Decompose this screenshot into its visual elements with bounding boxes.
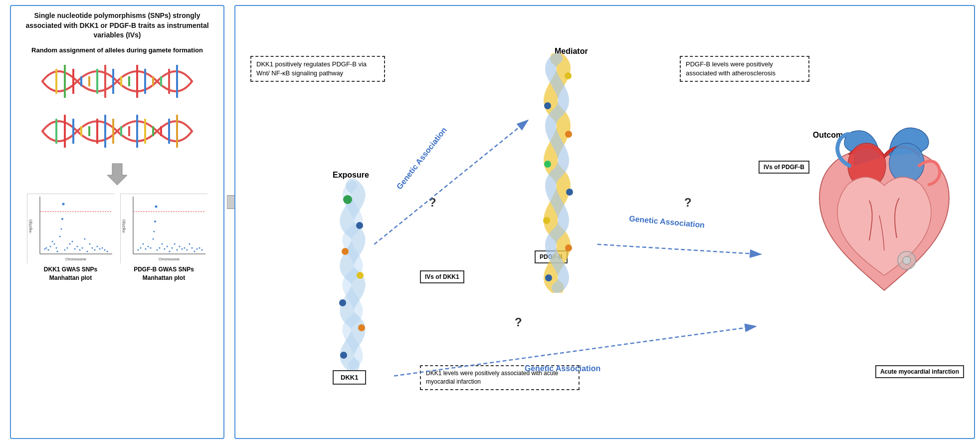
- svg-point-75: [143, 243, 144, 244]
- ami-box: Acute myocardial infarction: [875, 365, 964, 378]
- svg-point-41: [52, 240, 53, 242]
- dna-helix-2: [37, 109, 197, 154]
- svg-point-52: [72, 240, 73, 242]
- svg-point-66: [107, 250, 108, 252]
- svg-point-125: [889, 143, 924, 183]
- dkk1-regulates-box: DKK1 positively regulates PDGF-B via Wnt…: [250, 56, 385, 82]
- dkk1-manhattan-label: DKK1 GWAS SNPs Manhattan plot: [27, 265, 114, 282]
- svg-text:Genetic Association: Genetic Association: [629, 214, 705, 229]
- svg-point-50: [67, 247, 68, 248]
- pdgfb-manhattan-label: PDGF-B GWAS SNPs Manhattan plot: [120, 265, 207, 282]
- svg-rect-33: [27, 194, 115, 264]
- svg-point-106: [358, 324, 365, 331]
- qmark-2: ?: [684, 196, 692, 210]
- svg-point-93: [182, 248, 183, 249]
- svg-point-64: [102, 247, 103, 248]
- svg-point-95: [187, 249, 188, 250]
- svg-point-107: [339, 299, 346, 306]
- dkk1-levels-box: DKK1 levels were positively associated w…: [420, 365, 580, 390]
- svg-text:-log10(p): -log10(p): [28, 220, 32, 233]
- svg-point-82: [155, 205, 158, 208]
- svg-point-112: [545, 274, 552, 281]
- svg-text:Genetic Association: Genetic Association: [395, 126, 448, 191]
- svg-point-92: [179, 245, 181, 247]
- svg-point-127: [903, 256, 911, 264]
- svg-point-73: [138, 249, 139, 250]
- svg-point-44: [57, 250, 58, 252]
- svg-point-86: [164, 248, 166, 249]
- pdgfb-manhattan: -log10(p) Chromosome PDGF-B GWAS SNPs Ma…: [120, 194, 207, 282]
- svg-point-45: [59, 235, 61, 237]
- svg-point-83: [157, 249, 158, 250]
- svg-point-90: [174, 243, 176, 244]
- svg-point-118: [544, 102, 551, 109]
- qmark-1: ?: [429, 196, 436, 210]
- svg-point-40: [50, 245, 51, 247]
- svg-point-79: [153, 238, 154, 239]
- svg-point-88: [169, 250, 171, 252]
- left-panel-title: Single nucleotide polymorphisms (SNPs) s…: [16, 11, 218, 40]
- qmark-3: ?: [515, 315, 522, 329]
- svg-point-84: [159, 247, 161, 248]
- svg-text:Chromosome: Chromosome: [159, 257, 180, 261]
- rp-inner: DKK1 positively regulates PDGF-B via Wnt…: [235, 6, 974, 438]
- ivs-pdgfb-box: IVs of PDGF-B: [759, 161, 809, 174]
- svg-point-109: [342, 248, 349, 255]
- svg-point-87: [167, 245, 168, 247]
- dkk1-plot: -log10(p) Chromosome: [27, 194, 114, 263]
- right-panel: DKK1 positively regulates PDGF-B via Wnt…: [234, 5, 975, 439]
- svg-point-119: [565, 72, 572, 79]
- svg-point-113: [565, 244, 572, 251]
- svg-point-94: [184, 247, 186, 248]
- mediator-spiral: [525, 53, 589, 293]
- svg-point-37: [44, 248, 46, 249]
- svg-point-105: [340, 352, 347, 359]
- svg-point-97: [192, 247, 193, 248]
- ivs-dkk1-box: IVs of DKK1: [420, 270, 464, 283]
- svg-point-60: [92, 247, 93, 248]
- svg-point-101: [201, 249, 203, 250]
- svg-point-49: [64, 249, 66, 250]
- svg-point-62: [97, 245, 98, 247]
- dkk1-solid-box: DKK1: [333, 370, 366, 385]
- svg-point-108: [357, 272, 364, 279]
- dna-container: [16, 59, 218, 189]
- svg-text:Chromosome: Chromosome: [65, 257, 86, 261]
- svg-point-42: [54, 243, 55, 244]
- heart-illustration: [809, 121, 964, 335]
- svg-point-78: [150, 247, 152, 248]
- svg-point-110: [356, 222, 363, 229]
- svg-point-77: [148, 245, 149, 247]
- svg-point-116: [544, 161, 551, 168]
- svg-point-58: [87, 250, 88, 252]
- heart-svg: [809, 121, 959, 310]
- svg-point-81: [154, 221, 156, 223]
- manhattan-plots: -log10(p) Chromosome DKK1 GWAS SNPs Manh…: [16, 194, 218, 282]
- alleles-text: Random assignment of alleles during game…: [16, 46, 218, 54]
- left-panel: Single nucleotide polymorphisms (SNPs) s…: [10, 5, 224, 439]
- svg-point-85: [162, 243, 163, 244]
- svg-point-54: [77, 245, 78, 247]
- svg-text:-log10(p): -log10(p): [122, 220, 126, 233]
- svg-point-65: [104, 249, 106, 250]
- svg-point-61: [94, 249, 96, 250]
- svg-point-96: [189, 243, 191, 244]
- svg-point-80: [154, 230, 155, 232]
- svg-point-57: [84, 238, 86, 239]
- svg-point-53: [74, 248, 76, 249]
- dna-helix-1: [37, 59, 197, 104]
- svg-point-59: [89, 243, 91, 244]
- svg-point-48: [62, 203, 65, 205]
- svg-point-39: [48, 249, 49, 250]
- svg-point-46: [61, 228, 62, 229]
- svg-point-114: [543, 217, 550, 224]
- dkk1-manhattan: -log10(p) Chromosome DKK1 GWAS SNPs Manh…: [27, 194, 114, 282]
- pdgfb-plot: -log10(p) Chromosome: [120, 194, 207, 263]
- svg-point-47: [61, 218, 63, 220]
- svg-point-63: [99, 248, 101, 249]
- svg-point-111: [343, 195, 352, 204]
- svg-point-115: [566, 189, 573, 196]
- svg-point-55: [79, 249, 81, 250]
- svg-point-98: [194, 250, 196, 252]
- svg-marker-32: [107, 164, 127, 185]
